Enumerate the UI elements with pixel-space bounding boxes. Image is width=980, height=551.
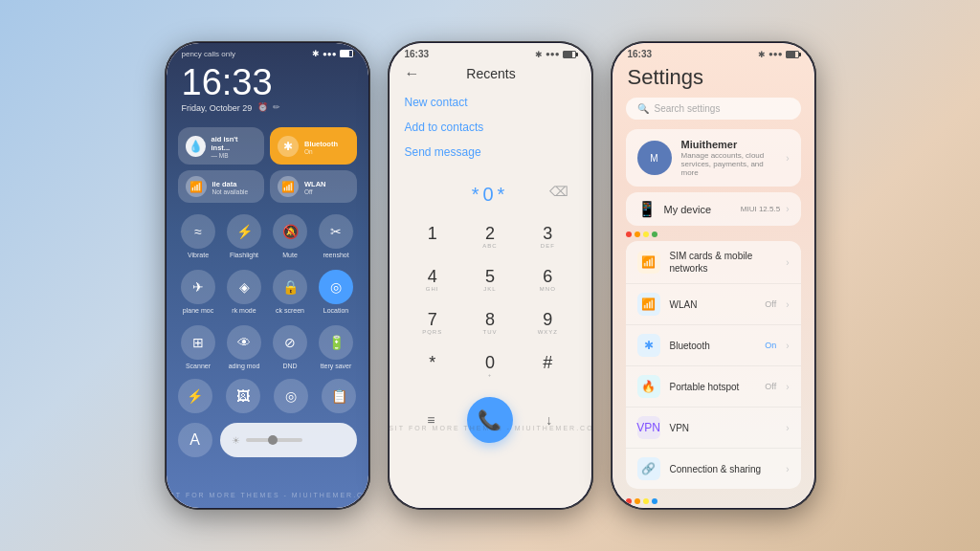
icon-grid-3: ⊞ Scanner 👁 ading mod ⊘ DND 🔋 ttery save… (167, 320, 368, 375)
darkmode-btn[interactable]: ◈ rk mode (224, 270, 265, 314)
phone-2: 16:33 ✱ ●●● ← Recents New contact Add to… (388, 41, 593, 510)
dial-0[interactable]: 0 + (462, 346, 518, 387)
dial-hash[interactable]: # (520, 346, 575, 387)
reading-btn[interactable]: 👁 ading mod (224, 325, 265, 369)
dial-star[interactable]: * (405, 346, 460, 387)
wlan-item[interactable]: 📶 WLAN Off › (626, 284, 801, 325)
user-name: Miuithemer (681, 139, 777, 150)
add-to-contacts-btn[interactable]: Add to contacts (405, 121, 576, 134)
dot-blue2 (652, 498, 657, 504)
vpn-item[interactable]: VPN VPN › (626, 408, 801, 449)
reading-icon: 👁 (227, 325, 261, 360)
send-message-btn[interactable]: Send message (405, 145, 576, 159)
search-bar[interactable]: 🔍 Search settings (626, 98, 801, 120)
scanner-btn[interactable]: ⊞ Scanner (178, 325, 219, 369)
record-icon: ◎ (274, 379, 308, 413)
screenshot-btn[interactable]: ✂ reenshot (316, 214, 357, 258)
record-btn[interactable]: ◎ (274, 379, 308, 413)
bluetooth-tile[interactable]: ✱ Bluetooth On (270, 127, 357, 165)
new-contact-btn[interactable]: New contact (405, 96, 576, 109)
bluetooth-settings-icon: ✱ (637, 334, 660, 357)
wlan-icon: 📶 (278, 176, 299, 197)
dialpad-menu-btn[interactable]: ≡ (413, 403, 448, 437)
dial-1[interactable]: 1 (405, 217, 460, 258)
dial-6[interactable]: 6 MNO (520, 260, 575, 301)
hotspot-icon: 🔥 (637, 375, 660, 398)
hotspot-value: Off (765, 382, 776, 391)
color-dots-1 (612, 231, 814, 241)
user-subtitle: Manage accounts, cloud services, payment… (681, 151, 777, 177)
dnd-btn[interactable]: ⊘ DND (270, 325, 311, 369)
wallpaper-icon: 🖼 (226, 379, 260, 413)
clock-icon: ⏰ (257, 102, 269, 114)
wlan-tile[interactable]: 📶 WLAN Off (270, 170, 357, 203)
edit-icon: ✏ (273, 102, 284, 114)
vibrate-btn[interactable]: ≈ Vibrate (178, 214, 219, 258)
settings-title: Settings (612, 61, 814, 98)
dialpad-display: *0* ⌫ (390, 165, 591, 217)
my-device-item[interactable]: 📱 My device MIUI 12.5.5 › (626, 192, 801, 226)
dial-4[interactable]: 4 GHI (405, 260, 460, 301)
battery-saver-btn[interactable]: 🔋 ttery saver (316, 325, 357, 369)
phone-1: pency calls only ✱ ●●● 16:33 Friday, Oct… (165, 41, 370, 510)
call-button[interactable]: 📞 (467, 397, 513, 443)
dial-7[interactable]: 7 PQRS (405, 303, 460, 344)
assistant-btn[interactable]: A (178, 423, 212, 457)
dot-red2 (626, 498, 632, 504)
time-2: 16:33 (405, 49, 430, 59)
dot-yellow2 (643, 498, 649, 504)
flashlight-label: Flashlight (230, 252, 258, 258)
watermark-1: VISIT FOR MORE THEMES - MIUITHEMER.COM (167, 492, 368, 498)
battery-saver-icon: 🔋 (319, 325, 353, 360)
user-profile[interactable]: M Miuithemer Manage accounts, cloud serv… (626, 129, 801, 187)
airplane-icon: ✈ (181, 270, 215, 304)
status-bar-2: 16:33 ✱ ●●● (390, 43, 591, 61)
back-button[interactable]: ← (405, 65, 420, 82)
delete-btn[interactable]: ⌫ (549, 184, 572, 199)
sim-cards-item[interactable]: 📶 SIM cards & mobile networks › (626, 241, 801, 284)
notes-btn[interactable]: 📋 (322, 379, 356, 413)
lockscreen-btn[interactable]: 🔒 ck screen (270, 270, 311, 314)
dial-8[interactable]: 8 TUV (462, 303, 518, 344)
main-time: 16:33 (182, 64, 353, 100)
mobile-data-tile[interactable]: 📶 ile data Not available (178, 170, 265, 203)
clock-area: 16:33 Friday, October 29 ⏰ ✏ (167, 60, 368, 121)
time-3: 16:33 (628, 49, 653, 59)
location-btn[interactable]: ◎ Location (316, 270, 357, 314)
vpn-label: VPN (670, 422, 777, 434)
dot-green (652, 231, 657, 237)
flashlight-btn[interactable]: ⚡ Flashlight (224, 214, 265, 258)
brightness-slider[interactable]: ☀ (220, 423, 357, 457)
device-arrow: › (786, 204, 789, 214)
dial-2[interactable]: 2 ABC (462, 217, 518, 258)
bluetooth-settings-item[interactable]: ✱ Bluetooth On › (626, 325, 801, 366)
dial-9[interactable]: 9 WXYZ (520, 303, 575, 344)
airplane-btn[interactable]: ✈ plane moc (178, 270, 219, 314)
dnd-icon: ⊘ (273, 325, 307, 360)
dial-5[interactable]: 5 JKL (462, 260, 518, 301)
flash-btn2[interactable]: ⚡ (178, 379, 212, 413)
vibrate-icon: ≈ (181, 214, 215, 249)
control-row-1: 💧 aid isn't inst... — MB ✱ Bluetooth On (178, 127, 357, 165)
dial-3[interactable]: 3 DEF (520, 217, 575, 258)
mute-btn[interactable]: 🔕 Mute (270, 214, 311, 258)
hotspot-item[interactable]: 🔥 Portable hotspot Off › (626, 366, 801, 408)
status-bar-3: 16:33 ✱ ●●● (612, 43, 814, 61)
bluetooth-icon: ✱ (278, 136, 299, 157)
battery-2 (563, 51, 576, 58)
vpn-icon: VPN (637, 416, 660, 439)
wallpaper-btn[interactable]: 🖼 (226, 379, 260, 413)
control-row-2: 📶 ile data Not available 📶 WLAN Off (178, 170, 357, 203)
connection-item[interactable]: 🔗 Connection & sharing › (626, 449, 801, 489)
dialpad-down-btn[interactable]: ↓ (532, 403, 567, 437)
control-grid: 💧 aid isn't inst... — MB ✱ Bluetooth On (167, 121, 368, 209)
search-placeholder: Search settings (655, 103, 721, 114)
screenshot-label: reenshot (323, 252, 348, 258)
hotspot-label: Portable hotspot (670, 381, 756, 393)
dialpad-footer: ≡ 📞 ↓ (390, 387, 591, 449)
dialpad-grid: 1 2 ABC 3 DEF 4 GHI 5 JKL (390, 217, 591, 387)
water-tile[interactable]: 💧 aid isn't inst... — MB (178, 127, 265, 165)
flashlight-icon: ⚡ (227, 214, 261, 249)
connection-arrow: › (786, 464, 789, 474)
status-icons-2: ✱ ●●● (535, 50, 576, 59)
